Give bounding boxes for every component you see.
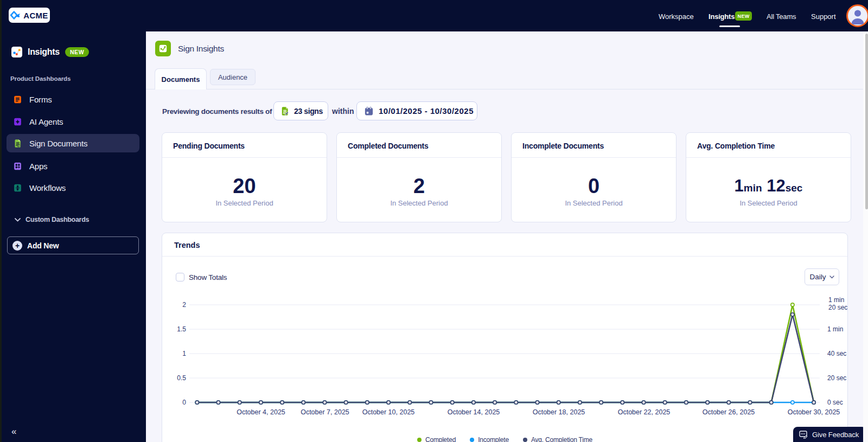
svg-text:20 sec: 20 sec	[827, 374, 846, 382]
svg-text:1 min: 1 min	[827, 325, 843, 333]
svg-text:October 4, 2025: October 4, 2025	[237, 408, 285, 416]
svg-text:2: 2	[182, 301, 186, 309]
svg-text:1.5: 1.5	[177, 325, 186, 333]
svg-text:40 sec: 40 sec	[827, 350, 846, 357]
svg-text:October 26, 2025: October 26, 2025	[703, 408, 755, 416]
svg-text:0.5: 0.5	[177, 374, 186, 382]
svg-text:October 7, 2025: October 7, 2025	[301, 408, 349, 416]
svg-text:October 22, 2025: October 22, 2025	[618, 408, 671, 416]
svg-text:1: 1	[182, 350, 186, 357]
svg-text:1 min: 1 min	[828, 296, 844, 304]
svg-text:October 14, 2025: October 14, 2025	[448, 408, 500, 416]
svg-text:0: 0	[182, 399, 186, 406]
svg-text:October 10, 2025: October 10, 2025	[362, 408, 415, 416]
svg-text:October 18, 2025: October 18, 2025	[533, 408, 585, 416]
svg-text:20 sec: 20 sec	[828, 304, 847, 311]
svg-text:0 sec: 0 sec	[827, 399, 843, 406]
svg-text:October 30, 2025: October 30, 2025	[788, 408, 840, 416]
